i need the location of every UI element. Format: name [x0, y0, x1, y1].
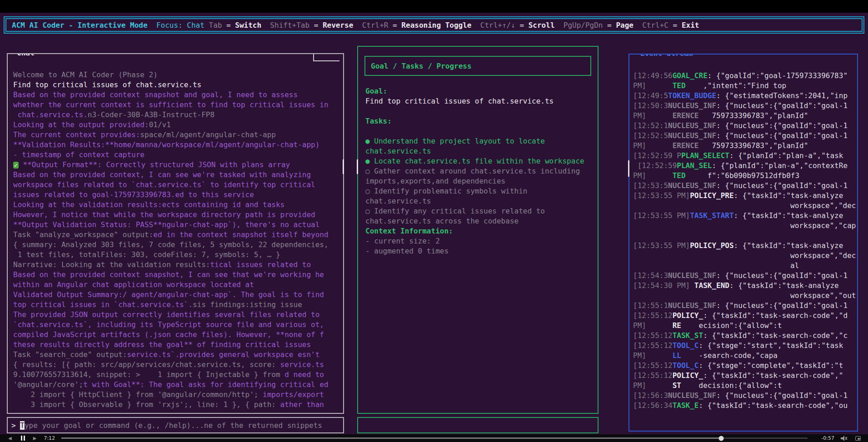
event-line: PM] RE ecision":{"allow":t — [633, 321, 856, 331]
pause-button[interactable] — [21, 436, 25, 441]
chat-line: Find top critical issues of chat.service… — [13, 80, 342, 90]
event-line: [12:55:12POLICY_: {"taskId":"task-search… — [633, 371, 856, 381]
chat-line: '@angular/core';t with Goal**: The goal … — [13, 380, 342, 390]
goal-panel: Goal / Tasks / Progress Goal: Find top c… — [357, 46, 599, 414]
command-input[interactable]: > Type your goal or command (e.g., /help… — [7, 417, 344, 433]
event-line: PM] ERENCE 759733396783","planId" — [633, 141, 856, 151]
event-line: [12:56:3NUCLEUS_INF: {"nucleus":{"goalId… — [633, 391, 856, 401]
chat-line: { results: [{ path: src/app/services/cha… — [13, 360, 342, 370]
chat-line: - timestamp of context capture — [13, 150, 342, 160]
media-control-bar: ◀ ▶ 7:12 -0:57 — [0, 434, 868, 442]
event-line: [12:55:1NUCLEUS_INF: {"nucleus":{"goalId… — [633, 301, 856, 311]
task-done-icon: ● — [365, 137, 370, 145]
pause-bar-icon — [24, 436, 25, 441]
input-cursor: T — [20, 421, 25, 430]
chat-panel-title: Chat — [14, 53, 37, 57]
event-line: [12:54:30 PM] TASK_END: {"taskId":"task-… — [633, 281, 856, 291]
chat-line: Looking at the output provided:01/v1 — [13, 120, 342, 130]
pause-bar-icon — [21, 436, 22, 441]
event-line: [12:50:3NUCLEUS_INF: {"nucleus":{"goalId… — [633, 101, 856, 111]
progress-bar[interactable] — [61, 437, 808, 439]
chat-line: { summary: Analyzed 303 files, 7 code fi… — [13, 240, 342, 250]
skip-forward-icon[interactable]: ▶ — [33, 434, 37, 442]
event-line: [12:53:55 PM]POLICY_PRE: {"taskId":"task… — [633, 191, 856, 201]
event-line: [12:55:12TASK_ST: {"taskId":"task-search… — [633, 331, 856, 341]
event-line: [12:52:5NUCLEUS_INF: {"nucleus":{"goalId… — [633, 131, 856, 141]
chat-line: 1 test files, totalFiles: 303, codeFiles… — [13, 250, 342, 260]
event-stream-panel: Event Stream [12:49:56GOAL_CRE: {"goalId… — [629, 54, 858, 432]
chat-line: compiled JavaScript artifacts (.json cac… — [13, 330, 342, 340]
task-pending-icon: ○ — [365, 207, 370, 215]
event-line: [12:56:34TASK_E: {"taskId":"task-search-… — [633, 401, 856, 411]
event-line: workspace","decision":{"al — [633, 201, 856, 211]
chat-line: Task "search_code" output:service.ts`.pr… — [13, 350, 342, 360]
context-item: - current size: 2 — [365, 236, 590, 246]
chat-line: 2 import { HttpClient } from '@angular/c… — [13, 390, 342, 400]
task-item: ○ Identify any critical issues related t… — [365, 206, 590, 226]
task-item: ● Understand the project layout to locat… — [365, 136, 590, 156]
goal-text: Find top critical issues of chat.service… — [365, 96, 590, 106]
progress-thumb[interactable] — [718, 436, 723, 441]
chat-line: ✓ **Output Format**: Correctly structure… — [13, 160, 342, 170]
chat-line: Validated Output Summary:/ agent/angular… — [13, 290, 342, 300]
chat-line: Based on the provided context, I can see… — [13, 170, 342, 180]
event-lines: [12:49:56GOAL_CRE: {"goalId":"goal-17597… — [633, 71, 856, 430]
elapsed-time: 7:12 — [44, 435, 55, 441]
chat-line: Based on the provided context snapshot, … — [13, 270, 342, 280]
task-pending-icon: ○ — [365, 167, 370, 175]
event-line: PM] ERENCE 759733396783","planId" — [633, 111, 856, 121]
progress-fill — [61, 437, 721, 439]
chat-line: these results directly address the goal*… — [13, 340, 342, 350]
task-item: ● Locate chat.service.ts file within the… — [365, 156, 590, 166]
chat-line: The provided JSON output correctly ident… — [13, 310, 342, 320]
event-scrollbar-thumb[interactable] — [628, 160, 629, 177]
input-prompt: > — [11, 421, 20, 430]
chat-line: whether the current context is sufficien… — [13, 100, 342, 110]
context-list: - current size: 2- augmented 0 times — [365, 236, 590, 256]
event-line: [12:54:3NUCLEUS_INF: {"nucleus":{"goalId… — [633, 271, 856, 281]
event-line: [12:53:55 PM]POLICY_POS: {"taskId":"task… — [633, 241, 856, 251]
goal-scrollbar-thumb[interactable] — [357, 159, 358, 174]
remaining-time: -0:57 — [821, 435, 834, 441]
event-line: workspace","capability":"a — [633, 221, 856, 231]
chat-line: 3 import { Observable } from 'rxjs';, li… — [13, 400, 342, 410]
event-line: [12:52:59PLAN_SEL: {"planId":"plan-a","c… — [633, 161, 856, 171]
chat-scrollbar-thumb[interactable] — [343, 159, 344, 174]
tasks-label: Tasks: — [365, 116, 590, 126]
chat-line: **Validation Results:**home/manna/worksp… — [13, 140, 342, 150]
goal-bottom-box — [357, 417, 599, 433]
event-line: [12:49:5TOKEN_BUDGE: {"estimatedTokens":… — [633, 91, 856, 101]
chat-line: Welcome to ACM AI Coder (Phase 2) — [13, 70, 342, 80]
event-line: [12:52:1NUCLEUS_INF: {"nucleus":{"goalId… — [633, 121, 856, 131]
goal-panel-content: Goal: Find top critical issues of chat.s… — [358, 76, 598, 256]
chat-line: Based on the provided context snapshot a… — [13, 90, 342, 100]
header-text: ACM AI Coder - Interactive Mode Focus: C… — [12, 21, 699, 30]
chat-border-notch — [313, 54, 339, 61]
chat-line: Task "analyze_workspace" output:ed in th… — [13, 230, 342, 240]
chat-line: The current context provides:space/ml/ag… — [13, 130, 342, 140]
chat-lines: Welcome to ACM AI Coder (Phase 2)Find to… — [13, 70, 342, 412]
task-pending-icon: ○ — [365, 187, 370, 195]
task-list: ● Understand the project layout to locat… — [365, 136, 590, 226]
overflow-icon[interactable] — [855, 436, 861, 441]
skip-back-icon[interactable]: ◀ — [8, 434, 12, 442]
chat-line: 9.100776557313614, snippet: > 1 import {… — [13, 370, 342, 380]
event-line: PM] TED ,"intent":"Find top — [633, 81, 856, 91]
chat-panel: Chat Welcome to ACM AI Coder (Phase 2)Fi… — [7, 53, 344, 414]
chat-line: chat.service.ts.n3-Coder-30B-A3B-Instruc… — [13, 110, 342, 120]
event-stream-title: Event Stream — [638, 54, 696, 58]
context-item: - augmented 0 times — [365, 246, 590, 256]
chat-line: Looking at the validation results:ects c… — [13, 200, 342, 210]
event-line: PM] LL -search-code,"capa — [633, 351, 856, 361]
event-line: [12:55:12POLICY_: {"taskId":"task-search… — [633, 311, 856, 321]
event-line: PM] ST decision:{"allow":t — [633, 381, 856, 391]
chat-line: within an Angular chat application works… — [13, 280, 342, 290]
context-info-label: Context Information: — [365, 226, 590, 236]
event-line: PM] TED f":"6b090b97512dfb0f3 — [633, 171, 856, 181]
event-line: workspace","decision":{" — [633, 251, 856, 261]
volume-icon[interactable] — [841, 436, 848, 441]
goal-panel-title-box: Goal / Tasks / Progress — [364, 56, 591, 76]
chat-line: `chat.service.ts`, including its TypeScr… — [13, 320, 342, 330]
header-bar: ACM AI Coder - Interactive Mode Focus: C… — [4, 16, 864, 34]
event-line — [633, 231, 856, 241]
